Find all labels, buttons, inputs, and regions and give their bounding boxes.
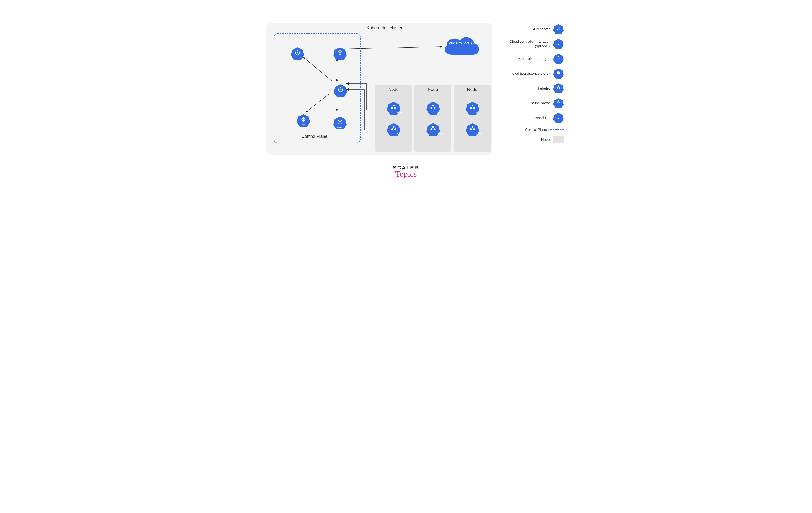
legend-item: Scheduler sched xyxy=(504,113,564,123)
node-box-2: Node kubelet k-proxy xyxy=(414,85,452,152)
control-plane-box: Control Plane c-m c-c-m api etcd sched xyxy=(273,33,360,143)
svg-point-38 xyxy=(434,128,435,130)
heptagon-icon: etcd xyxy=(553,68,564,79)
svg-marker-51 xyxy=(553,54,564,64)
svg-point-33 xyxy=(431,107,432,109)
node-swatch-icon xyxy=(553,136,564,144)
legend-item: Cloud controller manager (optional) c-c-… xyxy=(504,39,564,49)
legend-item: Control Plane xyxy=(504,127,564,132)
cluster-title: Kubernetes cluster xyxy=(367,26,403,31)
svg-point-57 xyxy=(556,87,558,89)
heptagon-icon: c-c-m xyxy=(553,39,564,49)
svg-point-29 xyxy=(391,128,393,130)
diagram-canvas: Kubernetes cluster Con xyxy=(244,0,569,201)
kubelet-icon: kubelet xyxy=(466,101,479,115)
svg-point-24 xyxy=(393,104,395,107)
svg-marker-59 xyxy=(553,98,564,108)
svg-point-41 xyxy=(470,107,472,109)
api-icon: api xyxy=(334,84,347,97)
svg-point-28 xyxy=(393,126,395,128)
svg-point-44 xyxy=(471,126,473,128)
kubelet-icon: kubelet xyxy=(427,101,440,115)
legend-item: etcd (persistence store) etcd xyxy=(504,68,564,79)
heptagon-icon: api xyxy=(553,24,564,34)
svg-point-34 xyxy=(434,107,435,109)
svg-point-32 xyxy=(432,104,434,107)
cloud-icon: Cloud Provider API xyxy=(441,33,481,60)
svg-point-45 xyxy=(470,128,472,130)
svg-point-60 xyxy=(558,100,559,102)
node-box-1: Node kubelet k-proxy xyxy=(375,85,412,152)
svg-point-12 xyxy=(339,52,341,54)
control-plane-label: Control Plane xyxy=(301,134,327,139)
svg-point-26 xyxy=(394,107,396,109)
svg-marker-55 xyxy=(553,83,564,93)
legend: API server api Cloud controller manager … xyxy=(504,24,564,148)
kproxy-icon: k-proxy xyxy=(427,123,440,136)
dashed-line-icon xyxy=(550,129,564,130)
cloud-label: Cloud Provider API xyxy=(441,41,481,46)
svg-point-22 xyxy=(339,121,341,123)
etcd-icon: etcd xyxy=(297,114,310,127)
kubelet-icon: kubelet xyxy=(387,101,400,115)
svg-point-61 xyxy=(556,102,558,103)
svg-point-40 xyxy=(471,104,473,107)
svg-marker-63 xyxy=(553,113,564,123)
svg-marker-49 xyxy=(553,39,564,49)
svg-point-9 xyxy=(296,52,298,54)
heptagon-icon: c-m xyxy=(553,54,564,64)
svg-point-17 xyxy=(301,117,306,121)
cm-icon: c-m xyxy=(291,47,304,60)
brand-logo: SCALER Topics xyxy=(244,165,569,179)
svg-point-30 xyxy=(394,128,396,130)
svg-point-15 xyxy=(340,89,341,90)
legend-item: API server api xyxy=(504,24,564,34)
legend-item: Node xyxy=(504,136,564,144)
cluster-box: Kubernetes cluster Con xyxy=(266,23,492,155)
svg-line-4 xyxy=(346,47,442,49)
svg-point-36 xyxy=(432,126,434,128)
heptagon-icon: sched xyxy=(553,113,564,123)
svg-point-42 xyxy=(473,107,475,109)
legend-item: Controller manager c-m xyxy=(504,54,564,64)
svg-point-62 xyxy=(559,102,560,103)
svg-point-18 xyxy=(302,119,303,120)
kproxy-icon: k-proxy xyxy=(466,123,479,136)
svg-point-37 xyxy=(431,128,432,130)
sched-icon: sched xyxy=(333,116,347,130)
svg-point-58 xyxy=(559,87,560,89)
heptagon-icon: kubelet xyxy=(553,83,564,94)
svg-point-56 xyxy=(558,86,559,87)
legend-item: kubelet kubelet xyxy=(504,83,564,94)
heptagon-icon: k-proxy xyxy=(553,98,564,109)
svg-point-46 xyxy=(473,128,475,130)
kproxy-icon: k-proxy xyxy=(387,123,400,136)
svg-point-54 xyxy=(557,71,560,74)
node-box-3: Node kubelet k-proxy xyxy=(454,85,491,152)
svg-point-19 xyxy=(304,119,304,120)
svg-point-25 xyxy=(391,107,393,109)
legend-item: kube-proxy k-proxy xyxy=(504,98,564,109)
ccm-icon: c-c-m xyxy=(333,47,347,60)
svg-marker-47 xyxy=(553,24,564,34)
